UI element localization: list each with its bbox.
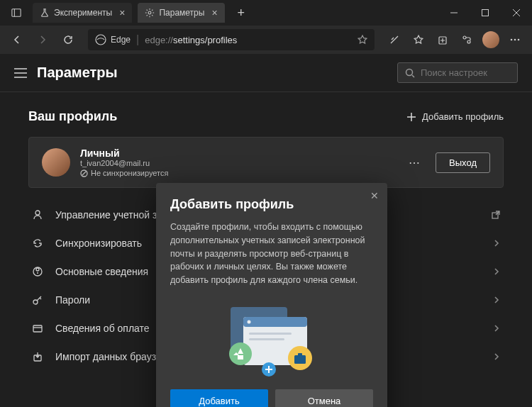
svg-rect-42: [298, 353, 302, 356]
add-profile-button[interactable]: Добавить профиль: [406, 111, 504, 122]
settings-item-label: Основные сведения: [55, 266, 148, 277]
signout-button[interactable]: Выход: [436, 152, 490, 173]
minimize-button[interactable]: [438, 0, 470, 26]
tab-experiments[interactable]: Эксперименты ×: [33, 3, 132, 23]
sync-status: Не синхронизируется: [80, 169, 393, 177]
settings-item-label: Импорт данных браузер: [55, 351, 167, 362]
modal-text: Создайте профили, чтобы входить с помощь…: [170, 221, 373, 287]
new-tab-button[interactable]: +: [231, 6, 253, 21]
tab-strip: Эксперименты × Параметры × +: [0, 3, 252, 23]
modal-close-button[interactable]: ✕: [370, 190, 379, 201]
svg-point-2: [148, 11, 151, 14]
close-icon[interactable]: ×: [211, 7, 217, 18]
url-text: edge://settings/profiles: [145, 35, 237, 45]
profile-info: Личный t_ivan2004@mail.ru Не синхронизир…: [80, 147, 393, 177]
tab-settings[interactable]: Параметры ×: [138, 3, 224, 23]
person-icon: [31, 209, 44, 221]
settings-item-label: Управление учетной зап: [55, 209, 168, 221]
modal-title: Добавить профиль: [170, 197, 373, 212]
profile-more-button[interactable]: ⋯: [403, 156, 426, 169]
back-button[interactable]: [6, 28, 28, 51]
search-box[interactable]: [397, 62, 518, 83]
svg-point-17: [406, 69, 413, 75]
profile-name: Личный: [80, 147, 393, 159]
page-header: Параметры: [0, 54, 532, 92]
sync-icon: [31, 238, 44, 249]
gear-icon: [145, 8, 155, 18]
settings-item-label: Пароли: [55, 294, 90, 306]
address-bar[interactable]: Edge | edge://settings/profiles: [88, 29, 375, 50]
profile-card: Личный t_ivan2004@mail.ru Не синхронизир…: [28, 137, 504, 188]
profile-email: t_ivan2004@mail.ru: [80, 159, 393, 167]
close-icon[interactable]: ×: [119, 7, 125, 18]
svg-rect-41: [294, 355, 306, 364]
svg-rect-4: [482, 10, 489, 16]
svg-point-12: [514, 39, 516, 41]
svg-point-26: [36, 268, 39, 271]
settings-item-label: Синхронизировать: [55, 238, 142, 249]
card-icon: [31, 323, 44, 334]
read-aloud-icon[interactable]: [383, 28, 406, 51]
modal-buttons: Добавить Отмена: [170, 389, 373, 407]
svg-point-13: [518, 39, 520, 41]
svg-line-18: [412, 75, 414, 77]
close-button[interactable]: [501, 0, 532, 26]
avatar: [42, 148, 70, 177]
add-profile-modal: ✕ Добавить профиль Создайте профили, что…: [156, 183, 387, 407]
modal-add-button[interactable]: Добавить: [170, 389, 268, 407]
refresh-button[interactable]: [57, 28, 79, 51]
browser-toolbar: Edge | edge://settings/profiles: [0, 26, 532, 54]
flask-icon: [40, 8, 50, 18]
favorites-icon[interactable]: [407, 28, 430, 51]
key-icon: [31, 294, 44, 306]
tab-label: Параметры: [159, 8, 204, 18]
profile-avatar[interactable]: [480, 28, 502, 51]
external-icon: [491, 210, 501, 220]
forward-button[interactable]: [31, 28, 54, 51]
search-icon: [405, 68, 415, 78]
chevron-right-icon: [492, 239, 501, 247]
collections-icon[interactable]: [431, 28, 454, 51]
star-icon[interactable]: [358, 35, 367, 45]
svg-point-11: [511, 39, 513, 41]
brand-label: Edge: [111, 35, 131, 45]
page-title: Параметры: [37, 65, 118, 81]
svg-point-23: [35, 211, 40, 215]
maximize-button[interactable]: [470, 0, 501, 26]
sync-off-icon: [80, 169, 88, 177]
more-icon[interactable]: [504, 28, 526, 51]
svg-rect-39: [238, 355, 243, 359]
svg-point-9: [463, 36, 466, 39]
svg-rect-0: [12, 9, 21, 17]
chevron-right-icon: [492, 324, 501, 333]
svg-rect-29: [33, 325, 42, 332]
svg-rect-36: [249, 333, 292, 335]
section-title: Ваш профиль: [28, 109, 117, 124]
svg-point-10: [467, 40, 470, 43]
svg-rect-34: [243, 317, 307, 327]
add-profile-label: Добавить профиль: [422, 111, 504, 122]
menu-icon[interactable]: [14, 68, 27, 78]
modal-illustration: [170, 299, 373, 377]
svg-point-35: [248, 320, 251, 323]
chevron-right-icon: [492, 267, 501, 276]
settings-item-label: Сведения об оплате: [55, 323, 150, 334]
svg-point-25: [33, 267, 42, 276]
modal-cancel-button[interactable]: Отмена: [275, 389, 373, 407]
tab-actions-icon[interactable]: [6, 8, 27, 18]
svg-rect-37: [249, 338, 284, 340]
tab-label: Эксперименты: [54, 8, 112, 18]
chevron-right-icon: [492, 352, 501, 361]
svg-point-27: [37, 272, 38, 274]
edge-icon: Edge: [95, 34, 131, 45]
profile-section-header: Ваш профиль Добавить профиль: [28, 109, 504, 124]
extension-icon[interactable]: [455, 28, 478, 51]
window-controls: [438, 0, 532, 26]
window-titlebar: Эксперименты × Параметры × +: [0, 0, 532, 26]
info-icon: [31, 266, 44, 277]
svg-line-22: [82, 171, 87, 175]
search-input[interactable]: [421, 67, 510, 78]
import-icon: [31, 351, 44, 362]
chevron-right-icon: [492, 296, 501, 304]
plus-icon: [406, 112, 416, 122]
